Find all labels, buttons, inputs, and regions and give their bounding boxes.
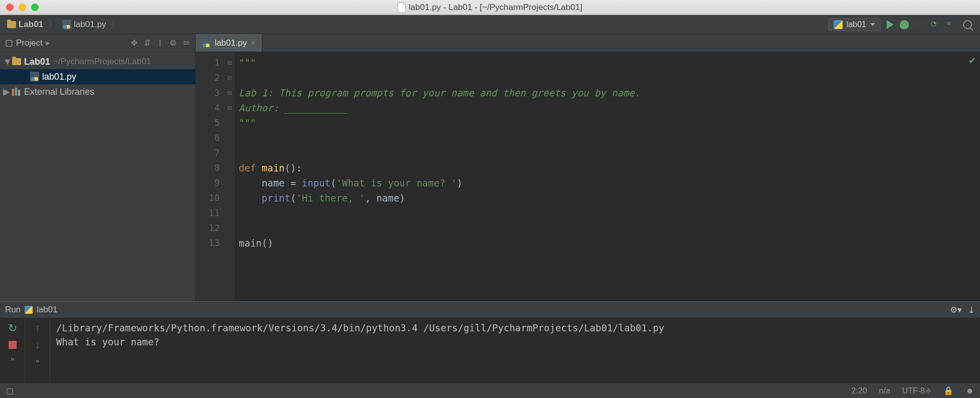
hide-icon[interactable]: ⥢ [182, 39, 190, 47]
editor-tab-label: lab01.py [215, 38, 247, 48]
navigation-bar: Lab01 〉 lab01.py 〉 lab01 ⬚ ◔ ≡ [0, 15, 980, 34]
run-controls-left: ↻ » [0, 318, 25, 383]
run-header: Run lab01 ⚙▾ ⤓ [0, 302, 980, 318]
close-icon[interactable]: × [251, 39, 255, 48]
tree-file-name: lab01.py [42, 72, 76, 82]
run-tool-window: Run lab01 ⚙▾ ⤓ ↻ » ↑ ↓ » /Library/Framew… [0, 301, 980, 383]
collapse-all-icon[interactable]: ⇵ [143, 39, 151, 47]
line-separator[interactable]: n/a [879, 386, 890, 395]
more-button[interactable]: » [11, 355, 14, 362]
close-window-button[interactable] [6, 4, 14, 11]
down-stack-button[interactable]: ↓ [35, 339, 40, 351]
breadcrumb-file-label: lab01.py [74, 20, 106, 30]
window-title-text: lab01.py - Lab01 - [~/PycharmProjects/La… [409, 3, 582, 13]
breadcrumb-project[interactable]: Lab01 [4, 19, 46, 31]
statusbar-icon[interactable]: ▢ [6, 386, 14, 395]
run-controls-nav: ↑ ↓ » [25, 318, 50, 383]
minimize-window-button[interactable] [19, 4, 26, 11]
tree-root-path: ~/PycharmProjects/Lab01 [53, 57, 151, 67]
python-icon [25, 306, 33, 314]
window-title: lab01.py - Lab01 - [~/PycharmProjects/La… [398, 3, 582, 13]
divider-icon: | [156, 39, 164, 47]
tree-file[interactable]: lab01.py [0, 69, 195, 84]
search-icon[interactable] [963, 20, 972, 29]
python-file-icon [202, 38, 211, 48]
code-content[interactable]: """ Lab 1: This program prompts for your… [235, 52, 980, 301]
status-bar: ▢ 2:20 n/a UTF-8≑ 🔒 ☻ [0, 383, 980, 398]
tree-root-name: Lab01 [24, 57, 50, 67]
chevron-right-icon: 〉 [110, 17, 121, 32]
project-panel-title: Project [16, 38, 43, 48]
project-tree: ▼ Lab01 ~/PycharmProjects/Lab01 lab01.py… [0, 52, 195, 101]
breadcrumb-project-label: Lab01 [19, 20, 43, 30]
chevron-down-icon [870, 23, 875, 26]
debug-button[interactable] [900, 20, 909, 29]
chevron-right-icon: 〉 [47, 17, 58, 32]
up-stack-button[interactable]: ↑ [35, 322, 40, 333]
download-icon[interactable]: ⤓ [968, 305, 975, 315]
window-controls [0, 4, 39, 11]
inspector-icon[interactable]: ☻ [965, 386, 974, 395]
file-encoding[interactable]: UTF-8≑ [902, 386, 931, 395]
file-icon [398, 3, 406, 13]
python-file-icon [62, 20, 71, 30]
console-line: What is your name? [56, 336, 165, 347]
line-number-gutter: 12345678910111213 [196, 52, 225, 301]
console-line: /Library/Frameworks/Python.framework/Ver… [56, 322, 665, 333]
editor: lab01.py × 12345678910111213 ⊟⊟⊟⊟ """ La… [196, 34, 980, 301]
project-panel-header: ▢ Project ▸ ✥ ⇵ | ⚙ ⥢ [0, 34, 195, 52]
rerun-button[interactable]: ↻ [8, 322, 17, 335]
more-button[interactable]: » [36, 357, 39, 364]
python-file-icon [30, 72, 39, 82]
lock-icon[interactable]: 🔒 [943, 386, 953, 395]
python-icon [834, 20, 843, 29]
run-config-name: lab01 [37, 305, 58, 315]
editor-tab[interactable]: lab01.py × [196, 34, 262, 52]
folder-icon [12, 58, 21, 65]
maximize-window-button[interactable] [31, 4, 39, 11]
play-small-icon[interactable]: ▸ [46, 38, 50, 48]
toolbar-right: lab01 ⬚ ◔ ≡ [828, 18, 976, 31]
coverage-button[interactable]: ⬚ [915, 20, 925, 30]
stop-button[interactable] [9, 341, 17, 349]
folder-icon [7, 21, 16, 28]
project-view-icon: ▢ [5, 38, 13, 48]
run-config-selector[interactable]: lab01 [828, 18, 881, 31]
breadcrumb-file[interactable]: lab01.py [59, 19, 109, 31]
run-title: Run [5, 305, 21, 315]
tree-external-libs[interactable]: ▶ External Libraries [0, 84, 195, 99]
project-tool-window: ▢ Project ▸ ✥ ⇵ | ⚙ ⥢ ▼ Lab01 ~/PycharmP… [0, 34, 196, 301]
structure-button[interactable]: ≡ [947, 20, 957, 30]
gear-icon[interactable]: ⚙ [169, 39, 177, 47]
update-project-button[interactable]: ◔ [931, 20, 941, 30]
titlebar: lab01.py - Lab01 - [~/PycharmProjects/La… [0, 0, 980, 15]
expand-arrow-icon[interactable]: ▶ [3, 86, 9, 97]
run-config-label: lab01 [847, 20, 866, 29]
editor-body[interactable]: 12345678910111213 ⊟⊟⊟⊟ """ Lab 1: This p… [196, 52, 980, 301]
breadcrumb: Lab01 〉 lab01.py 〉 [4, 17, 828, 32]
tree-root[interactable]: ▼ Lab01 ~/PycharmProjects/Lab01 [0, 54, 195, 69]
scroll-to-source-icon[interactable]: ✥ [130, 39, 138, 47]
expand-arrow-icon[interactable]: ▼ [3, 57, 9, 67]
editor-tabs: lab01.py × [196, 34, 980, 52]
fold-gutter: ⊟⊟⊟⊟ [225, 52, 235, 301]
run-button[interactable] [887, 20, 894, 29]
library-icon [12, 88, 21, 96]
cursor-position[interactable]: 2:20 [851, 386, 867, 395]
console-output[interactable]: /Library/Frameworks/Python.framework/Ver… [50, 318, 980, 383]
inspection-ok-icon[interactable]: ✔ [968, 55, 976, 66]
tree-external-label: External Libraries [24, 87, 94, 97]
gear-icon[interactable]: ⚙▾ [950, 305, 962, 315]
